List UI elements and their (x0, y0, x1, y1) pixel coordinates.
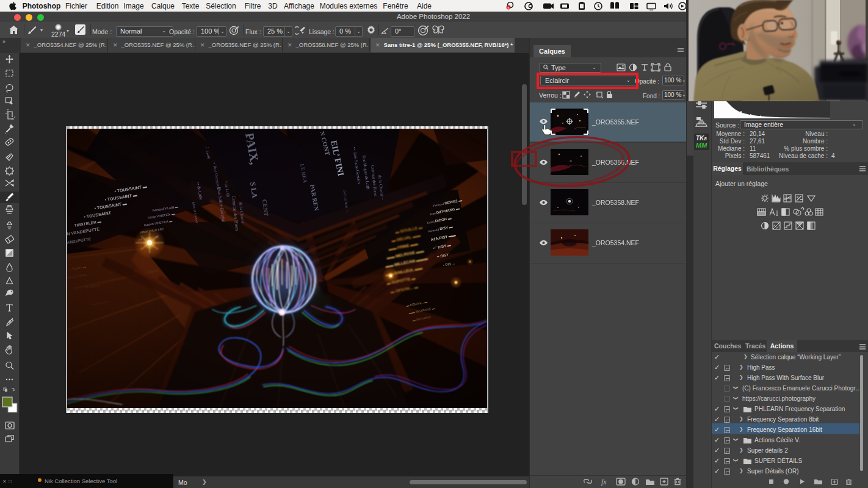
svg-text:TK8: TK8 (696, 135, 707, 142)
svg-text:MM: MM (696, 142, 707, 149)
svg-text:fx: fx (601, 478, 607, 486)
